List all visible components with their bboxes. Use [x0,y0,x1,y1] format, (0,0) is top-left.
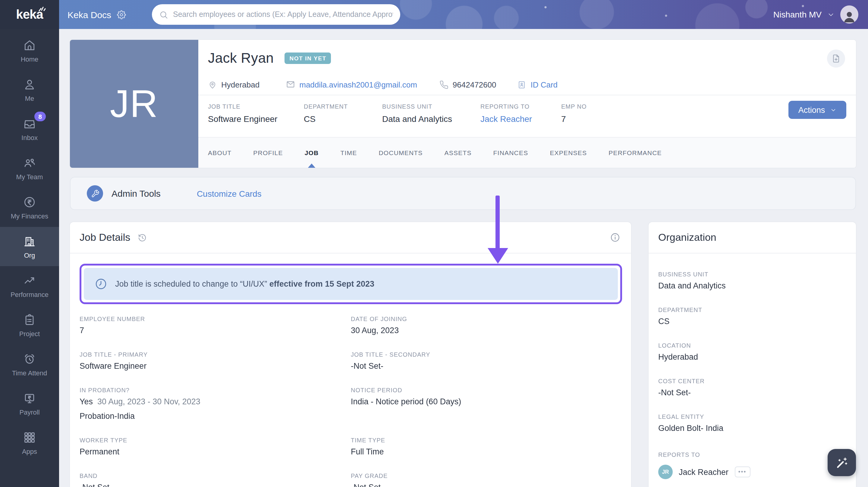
tab-performance[interactable]: PERFORMANCE [609,145,662,160]
field-employee-number: EMPLOYEE NUMBER 7 [80,316,351,335]
wrench-icon [91,189,99,198]
tab-time[interactable]: TIME [340,145,357,160]
home-icon [23,38,36,52]
field-time-type: TIME TYPE Full Time [351,437,621,456]
admin-tools-title: Admin Tools [112,188,161,199]
tab-expenses[interactable]: EXPENSES [550,145,587,160]
employee-name: Jack Ryan [208,50,274,66]
tab-documents[interactable]: DOCUMENTS [378,145,423,160]
id-card-icon [517,80,526,89]
admin-tools-badge [87,185,103,202]
clipboard-icon [23,313,36,326]
magic-wand-fab[interactable] [828,449,856,476]
field-job-title-primary: JOB TITLE - PRIMARY Software Engineer [80,351,351,371]
field-business-unit: BUSINESS UNIT Data and Analytics [658,271,846,290]
phone-icon [439,80,448,89]
sidebar-item-my-team[interactable]: My Team [0,148,59,188]
employee-phone: 9642472600 [439,80,496,89]
settings-gear-icon[interactable] [117,10,126,19]
user-name: Nishanth MV [773,10,822,19]
sidebar-item-me[interactable]: Me [0,70,59,109]
inbox-icon [23,117,36,130]
admin-tools-bar: Admin Tools Customize Cards [70,177,856,210]
field-pay-grade: PAY GRADE -Not Set- [351,472,621,487]
team-icon [23,156,36,169]
field-cost-center: COST CENTER -Not Set- [658,378,846,397]
sidebar-item-org[interactable]: Org [0,227,59,266]
logo-sparkle-icon [38,5,46,12]
chevron-down-icon [830,107,836,113]
manager-name[interactable]: Jack Reacher [679,467,728,477]
inbox-count-badge: 8 [34,111,46,121]
organization-card: Organization BUSINESS UNIT Data and Anal… [649,222,856,487]
reporting-to-link[interactable]: Jack Reacher [480,114,561,124]
payroll-monitor-icon [23,391,36,405]
active-tab-indicator [307,164,316,168]
field-department: DEPARTMENT CS [658,307,846,326]
apps-grid-icon [23,431,36,444]
field-location: LOCATION Hyderabad [658,342,846,362]
meta-job-title: JOB TITLE Software Engineer [208,103,304,137]
sidebar-item-home[interactable]: Home [0,31,59,70]
topbar-decoration [0,0,868,29]
field-worker-type: WORKER TYPE Permanent [80,437,351,456]
user-avatar[interactable] [840,5,858,24]
tab-job[interactable]: JOB [305,145,319,160]
tab-profile[interactable]: PROFILE [253,145,283,160]
meta-department: DEPARTMENT CS [304,103,382,137]
field-date-of-joining: DATE OF JOINING 30 Aug, 2023 [351,316,621,335]
id-card-link[interactable]: ID Card [517,80,558,89]
customize-cards-link[interactable]: Customize Cards [197,189,261,198]
meta-emp-no: EMP NO 7 [561,103,587,137]
sidebar-item-inbox[interactable]: 8 Inbox [0,109,59,148]
sidebar-item-time-attend[interactable]: Time Attend [0,345,59,384]
tab-about[interactable]: ABOUT [208,145,231,160]
annotation-arrow-head [488,248,508,264]
chevron-down-icon [827,10,835,19]
field-job-title-secondary: JOB TITLE - SECONDARY -Not Set- [351,351,621,371]
manager-avatar: JR [658,465,673,479]
history-icon[interactable] [137,233,147,242]
top-bar: keka Keka Docs Nishanth MV [0,0,868,29]
app-window: keka Keka Docs Nishanth MV Home Me [0,0,868,487]
keka-logo[interactable]: keka [0,0,59,29]
organization-fields: BUSINESS UNIT Data and Analytics DEPARTM… [649,254,856,433]
file-plus-icon [831,54,841,63]
sidebar-nav: Home Me 8 Inbox My Team My Finances Org [0,29,59,487]
tab-assets[interactable]: ASSETS [444,145,472,160]
sidebar-item-apps[interactable]: Apps [0,423,59,462]
field-legal-entity: LEGAL ENTITY Golden Bolt- India [658,413,846,433]
manager-more-button[interactable]: ••• [735,466,750,477]
info-icon[interactable] [610,232,620,242]
user-menu[interactable]: Nishanth MV [773,0,858,29]
scheduled-change-banner: Job title is scheduled to change to “UI/… [84,268,618,300]
sidebar-item-performance[interactable]: Performance [0,266,59,305]
org-building-icon [23,234,36,248]
sidebar-item-payroll[interactable]: Payroll [0,384,59,423]
meta-reporting-to: REPORTING TO Jack Reacher [480,103,561,137]
status-badge: NOT IN YET [284,53,331,64]
sidebar-item-project[interactable]: Project [0,305,59,345]
reports-to-block: REPORTS TO JR Jack Reacher ••• [649,433,856,479]
profile-tabs: ABOUT PROFILE JOB TIME DOCUMENTS ASSETS … [198,137,856,168]
search-input[interactable] [173,10,393,19]
add-document-button[interactable] [827,50,845,67]
app-title: Keka Docs [67,9,111,20]
job-details-title: Job Details [80,231,130,244]
actions-button[interactable]: Actions [788,101,846,119]
person-icon [23,78,36,91]
rupee-coin-icon [23,195,36,208]
sidebar-item-my-finances[interactable]: My Finances [0,188,59,227]
employee-location: Hyderabad [208,80,259,89]
location-pin-icon [208,80,217,89]
employee-email[interactable]: maddila.avinash2001@gmail.com [285,80,417,89]
alarm-clock-icon [23,352,36,365]
annotation-arrow [495,196,500,250]
employee-profile-card: JR Jack Ryan NOT IN YET Hyderabad [70,40,856,168]
field-band: BAND -Not Set- [80,472,351,487]
ellipsis-icon: ••• [738,469,747,475]
tab-finances[interactable]: FINANCES [493,145,528,160]
meta-business-unit: BUSINESS UNIT Data and Analytics [382,103,480,137]
search-icon [159,10,168,19]
job-details-card: Job Details Job title is scheduled to ch… [70,222,631,487]
